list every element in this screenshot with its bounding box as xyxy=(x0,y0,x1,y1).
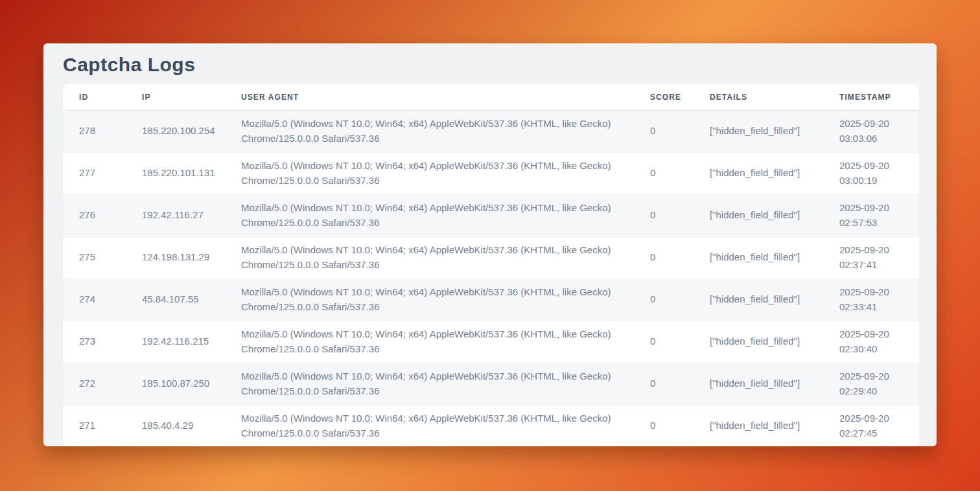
cell-user-agent: Mozilla/5.0 (Windows NT 10.0; Win64; x64… xyxy=(225,110,634,152)
column-header-user-agent: USER AGENT xyxy=(225,84,634,110)
table-row: 278 185.220.100.254 Mozilla/5.0 (Windows… xyxy=(63,110,919,152)
column-header-details: DETAILS xyxy=(694,84,823,110)
cell-id: 277 xyxy=(63,152,126,194)
column-header-ip: IP xyxy=(126,84,225,110)
cell-score: 0 xyxy=(634,279,694,321)
cell-timestamp: 2025-09-20 02:37:41 xyxy=(823,236,919,279)
cell-details: ["hidden_field_filled"] xyxy=(694,194,823,236)
cell-score: 0 xyxy=(634,194,694,236)
table-row: 272 185.100.87.250 Mozilla/5.0 (Windows … xyxy=(63,363,919,405)
cell-score: 0 xyxy=(634,152,694,194)
cell-ip: 185.220.100.254 xyxy=(126,110,225,152)
column-header-score: SCORE xyxy=(634,84,694,110)
cell-timestamp: 2025-09-20 02:57:53 xyxy=(823,194,919,236)
cell-id: 275 xyxy=(63,236,126,279)
cell-ip: 192.42.116.27 xyxy=(126,194,225,236)
cell-score: 0 xyxy=(634,236,694,279)
cell-details: ["hidden_field_filled"] xyxy=(694,236,823,279)
table-row: 275 124.198.131.29 Mozilla/5.0 (Windows … xyxy=(63,236,919,279)
cell-user-agent: Mozilla/5.0 (Windows NT 10.0; Win64; x64… xyxy=(225,152,634,194)
table-row: 276 192.42.116.27 Mozilla/5.0 (Windows N… xyxy=(63,194,919,236)
cell-ip: 192.42.116.215 xyxy=(126,321,225,363)
cell-id: 272 xyxy=(63,363,126,405)
cell-timestamp: 2025-09-20 02:27:45 xyxy=(823,405,919,446)
cell-ip: 185.220.101.131 xyxy=(126,152,225,194)
cell-details: ["hidden_field_filled"] xyxy=(694,279,823,321)
cell-score: 0 xyxy=(634,405,694,446)
cell-details: ["hidden_field_filled"] xyxy=(694,405,823,446)
cell-id: 276 xyxy=(63,194,126,236)
cell-user-agent: Mozilla/5.0 (Windows NT 10.0; Win64; x64… xyxy=(225,363,634,405)
page-title: Captcha Logs xyxy=(43,43,937,76)
cell-user-agent: Mozilla/5.0 (Windows NT 10.0; Win64; x64… xyxy=(225,321,634,363)
cell-ip: 185.100.87.250 xyxy=(126,363,225,405)
cell-timestamp: 2025-09-20 02:29:40 xyxy=(823,363,919,405)
cell-ip: 45.84.107.55 xyxy=(126,279,225,321)
cell-details: ["hidden_field_filled"] xyxy=(694,321,823,363)
cell-user-agent: Mozilla/5.0 (Windows NT 10.0; Win64; x64… xyxy=(225,236,634,279)
cell-timestamp: 2025-09-20 03:03:06 xyxy=(823,110,919,152)
cell-details: ["hidden_field_filled"] xyxy=(694,152,823,194)
cell-ip: 124.198.131.29 xyxy=(126,236,225,279)
cell-ip: 185.40.4.29 xyxy=(126,405,225,446)
cell-details: ["hidden_field_filled"] xyxy=(694,110,823,152)
cell-timestamp: 2025-09-20 02:33:41 xyxy=(823,279,919,321)
cell-score: 0 xyxy=(634,363,694,405)
logs-table: ID IP USER AGENT SCORE DETAILS TIMESTAMP… xyxy=(63,84,919,446)
cell-id: 278 xyxy=(63,110,126,152)
cell-user-agent: Mozilla/5.0 (Windows NT 10.0; Win64; x64… xyxy=(225,405,634,446)
cell-timestamp: 2025-09-20 03:00:19 xyxy=(823,152,919,194)
cell-score: 0 xyxy=(634,321,694,363)
cell-user-agent: Mozilla/5.0 (Windows NT 10.0; Win64; x64… xyxy=(225,194,634,236)
logs-table-grid: ID IP USER AGENT SCORE DETAILS TIMESTAMP… xyxy=(63,84,919,446)
cell-user-agent: Mozilla/5.0 (Windows NT 10.0; Win64; x64… xyxy=(225,279,634,321)
cell-timestamp: 2025-09-20 02:30:40 xyxy=(823,321,919,363)
table-row: 273 192.42.116.215 Mozilla/5.0 (Windows … xyxy=(63,321,919,363)
column-header-id: ID xyxy=(63,84,126,110)
cell-score: 0 xyxy=(634,110,694,152)
column-header-timestamp: TIMESTAMP xyxy=(823,84,919,110)
table-header: ID IP USER AGENT SCORE DETAILS TIMESTAMP xyxy=(63,84,919,110)
cell-id: 271 xyxy=(63,405,126,446)
captcha-logs-card: Captcha Logs ID IP USER AGENT SCORE DETA… xyxy=(43,43,937,446)
table-row: 274 45.84.107.55 Mozilla/5.0 (Windows NT… xyxy=(63,279,919,321)
table-header-row: ID IP USER AGENT SCORE DETAILS TIMESTAMP xyxy=(63,84,919,110)
table-row: 271 185.40.4.29 Mozilla/5.0 (Windows NT … xyxy=(63,405,919,446)
cell-id: 273 xyxy=(63,321,126,363)
cell-details: ["hidden_field_filled"] xyxy=(694,363,823,405)
cell-id: 274 xyxy=(63,279,126,321)
table-body: 278 185.220.100.254 Mozilla/5.0 (Windows… xyxy=(63,110,919,446)
table-row: 277 185.220.101.131 Mozilla/5.0 (Windows… xyxy=(63,152,919,194)
